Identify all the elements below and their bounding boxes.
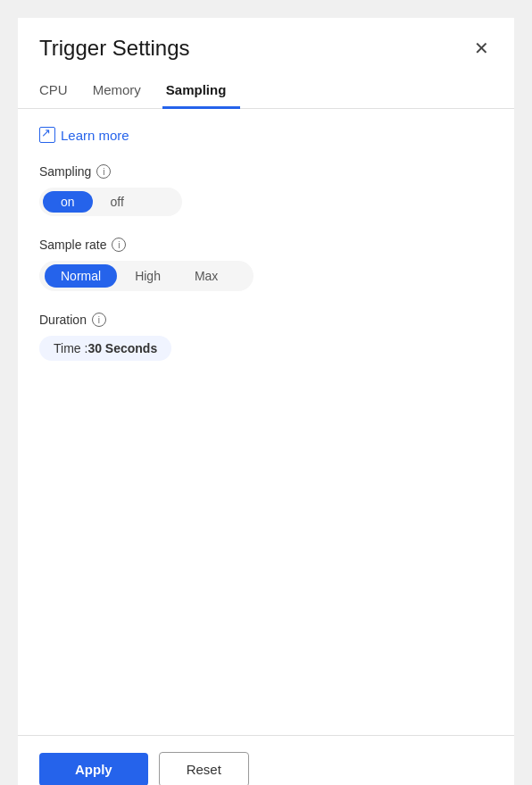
sampling-info-icon: i — [96, 164, 111, 179]
sample-rate-label: Sample rate i — [39, 238, 493, 252]
dialog-title: Trigger Settings — [39, 36, 190, 61]
duration-info-icon: i — [92, 313, 106, 327]
rate-normal-button[interactable]: Normal — [45, 264, 117, 288]
learn-more-link[interactable]: Learn more — [39, 127, 493, 143]
sample-rate-info-icon: i — [112, 238, 126, 252]
toggle-on-button[interactable]: on — [43, 191, 93, 213]
sample-rate-selector: Normal High Max — [39, 261, 254, 291]
reset-button[interactable]: Reset — [159, 752, 249, 785]
tab-memory[interactable]: Memory — [89, 75, 155, 109]
sampling-label: Sampling i — [39, 164, 493, 179]
duration-value: 30 Seconds — [87, 341, 157, 355]
rate-max-button[interactable]: Max — [179, 264, 234, 288]
sampling-toggle[interactable]: on off — [39, 188, 182, 216]
tab-sampling[interactable]: Sampling — [162, 75, 241, 109]
tab-cpu[interactable]: CPU — [39, 75, 82, 109]
duration-prefix: Time : — [54, 341, 87, 355]
tab-content: Learn more Sampling i on off Sample rate… — [18, 109, 514, 735]
rate-high-button[interactable]: High — [119, 264, 177, 288]
close-button[interactable]: ✕ — [470, 36, 493, 61]
dialog-header: Trigger Settings ✕ — [18, 18, 514, 75]
duration-label: Duration i — [39, 313, 493, 327]
trigger-settings-dialog: Trigger Settings ✕ CPU Memory Sampling L… — [18, 18, 514, 785]
tabs-container: CPU Memory Sampling — [18, 75, 514, 109]
external-link-icon — [39, 127, 55, 143]
toggle-off-button[interactable]: off — [93, 191, 142, 213]
apply-button[interactable]: Apply — [39, 753, 148, 785]
learn-more-label: Learn more — [61, 128, 129, 143]
duration-chip[interactable]: Time : 30 Seconds — [39, 336, 171, 361]
dialog-footer: Apply Reset — [18, 735, 514, 785]
